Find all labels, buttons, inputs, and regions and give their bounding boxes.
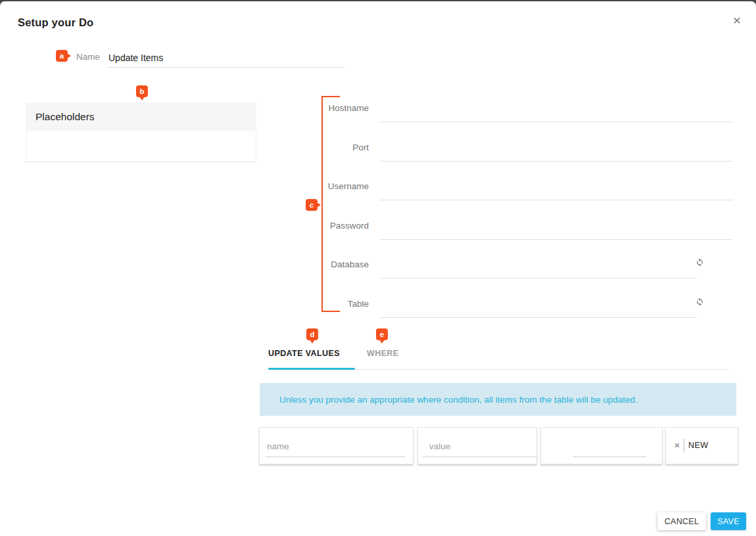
database-field-row: Database xyxy=(289,259,731,286)
username-field-row: Username xyxy=(289,181,731,208)
annotation-marker-b-label: b xyxy=(139,87,144,95)
connection-bracket-arm-top xyxy=(321,96,340,97)
database-refresh-icon[interactable] xyxy=(693,256,706,269)
update-extra-card xyxy=(540,427,663,464)
annotation-marker-d-label: d xyxy=(310,330,314,338)
update-extra-input[interactable] xyxy=(573,436,646,457)
username-label: Username xyxy=(289,181,369,191)
port-field-row: Port xyxy=(289,143,731,169)
remove-row-icon[interactable]: × xyxy=(671,438,683,453)
password-field-row: Password xyxy=(289,221,731,247)
update-value-input[interactable] xyxy=(423,436,537,457)
port-label: Port xyxy=(289,143,369,152)
database-label: Database xyxy=(289,259,369,269)
annotation-marker-c-label: c xyxy=(310,201,314,209)
username-input[interactable] xyxy=(380,173,732,200)
annotation-marker-a: a xyxy=(56,50,68,62)
table-refresh-icon[interactable] xyxy=(693,295,706,308)
password-input[interactable] xyxy=(380,213,732,240)
update-name-input[interactable] xyxy=(266,436,405,457)
tab-update-values[interactable]: UPDATE VALUES xyxy=(268,349,340,358)
port-input[interactable] xyxy=(380,135,732,162)
save-button[interactable]: SAVE xyxy=(711,512,746,530)
annotation-marker-e-label: e xyxy=(380,330,384,338)
table-field-row: Table xyxy=(289,299,731,325)
annotation-marker-c: c xyxy=(306,199,318,211)
name-input[interactable] xyxy=(107,49,345,68)
new-row-button[interactable]: NEW xyxy=(688,441,708,450)
where-warning-banner: Unless you provide an appropriate where … xyxy=(260,383,736,416)
dialog-title: Setup your Do xyxy=(18,16,93,29)
active-tab-indicator xyxy=(268,368,355,370)
cancel-button[interactable]: CANCEL xyxy=(657,512,706,530)
password-label: Password xyxy=(289,221,369,231)
annotation-marker-d: d xyxy=(306,328,318,340)
table-input[interactable] xyxy=(380,291,697,318)
placeholders-panel-header: Placeholders xyxy=(26,102,256,131)
update-name-card xyxy=(259,427,413,464)
setup-do-dialog: Setup your Do × a Name b Placeholders c … xyxy=(0,1,756,536)
placeholders-panel: Placeholders xyxy=(26,102,256,162)
new-row-card[interactable]: × NEW xyxy=(665,427,738,464)
annotation-marker-b: b xyxy=(136,85,148,97)
placeholders-panel-body xyxy=(26,131,256,162)
annotation-marker-a-label: a xyxy=(60,52,64,60)
table-label: Table xyxy=(289,299,369,309)
close-icon[interactable]: × xyxy=(728,12,745,29)
new-button-divider xyxy=(684,439,684,453)
hostname-field-row: Hostname xyxy=(289,103,731,129)
tab-baseline xyxy=(355,369,730,370)
hostname-input[interactable] xyxy=(380,95,732,122)
tab-where[interactable]: WHERE xyxy=(367,349,399,358)
database-input[interactable] xyxy=(380,252,697,279)
name-field-label: Name xyxy=(76,52,100,62)
update-value-card xyxy=(417,427,537,464)
annotation-marker-e: e xyxy=(376,328,388,340)
hostname-label: Hostname xyxy=(289,103,369,113)
